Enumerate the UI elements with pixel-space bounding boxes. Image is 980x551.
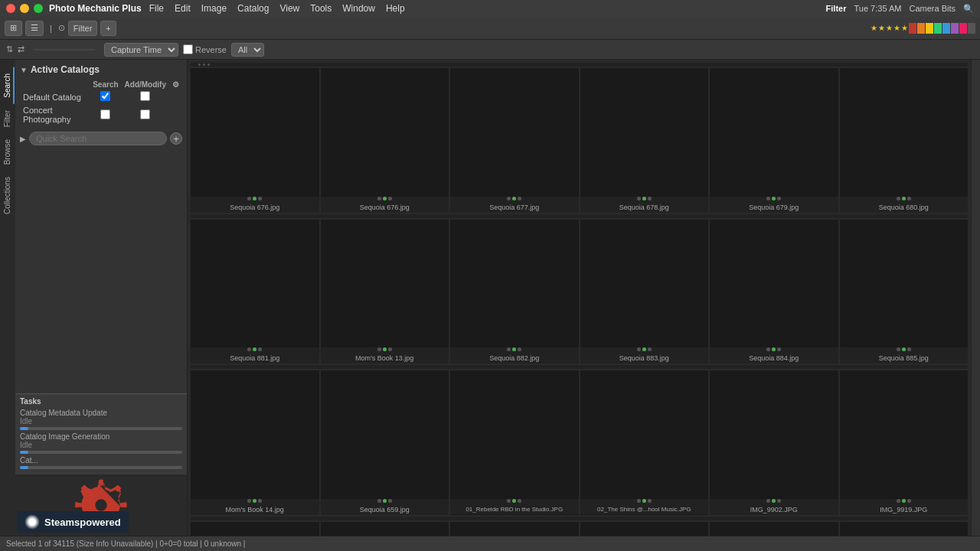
photo-cell-7[interactable]: Sequoia 881.jpg [191, 220, 319, 364]
fullscreen-button[interactable] [34, 4, 43, 13]
catalog-table: Search Add/Modify ⚙ Default Catalog Conc… [20, 80, 182, 126]
photo-cell-5[interactable]: Sequoia 679.jpg [710, 68, 838, 213]
photo-thumb-4 [580, 68, 709, 197]
photo-cell-12[interactable]: Sequoia 885.jpg [840, 220, 969, 364]
default-search-check[interactable] [100, 91, 110, 101]
menu-view[interactable]: View [279, 3, 299, 14]
menu-bar[interactable]: File Edit Image Catalog View Tools Windo… [149, 3, 405, 14]
titlebar-right: Filter Tue 7:35 AM Camera Bits 🔍 [826, 4, 974, 14]
color-none[interactable] [968, 23, 975, 34]
window-title: Filter [826, 4, 847, 13]
tab-browse[interactable]: Browse [2, 133, 15, 171]
photo-label-3: Sequoia 677.jpg [450, 202, 579, 213]
minimize-button[interactable] [20, 4, 29, 13]
sidebar-tabs: Search Filter Browse Collections [0, 60, 15, 536]
status-text: Selected 1 of 34115 (Size Info Unavailab… [6, 540, 245, 548]
reverse-checkbox[interactable] [183, 44, 193, 54]
photo-cell-13[interactable]: Mom's Book 14.jpg [191, 370, 319, 515]
photo-cell-8[interactable]: Mom's Book 13.jpg [321, 220, 449, 364]
task-cat: Cat... [20, 456, 182, 469]
tab-search[interactable]: Search [2, 67, 15, 104]
photo-thumb-13 [191, 370, 319, 499]
photo-dots-7 [191, 347, 319, 353]
menu-edit[interactable]: Edit [175, 3, 191, 14]
photo-cell-9[interactable]: Sequoia 882.jpg [450, 220, 579, 364]
menu-file[interactable]: File [149, 3, 164, 14]
concert-add-check[interactable] [140, 109, 150, 119]
titlebar: Photo Mechanic Plus File Edit Image Cata… [0, 0, 980, 17]
photo-cell-3[interactable]: Sequoia 677.jpg [450, 68, 579, 213]
main-area: Search Filter Browse Collections ▼ Activ… [0, 60, 980, 536]
search-add-button[interactable]: + [170, 132, 182, 145]
tab-filter[interactable]: Filter [2, 104, 15, 133]
scroll-row-2 [191, 214, 968, 218]
color-orange[interactable] [917, 23, 925, 34]
photo-cell-16[interactable]: 02_The Shins @...hool Music.JPG [580, 370, 709, 515]
photo-cell-21[interactable] [450, 522, 579, 536]
svg-rect-4 [75, 503, 81, 507]
photo-dots-13 [191, 499, 319, 504]
photo-cell-22[interactable] [580, 522, 709, 536]
window-controls[interactable] [6, 4, 43, 13]
search-expand-arrow[interactable]: ▶ [20, 135, 26, 143]
datetime: Tue 7:35 AM [854, 4, 902, 13]
photo-grid: Sequoia 676.jpg Sequoia 676.jpg Sequoia … [189, 61, 969, 536]
filter-button[interactable]: Filter [68, 21, 97, 36]
menu-tools[interactable]: Tools [310, 3, 332, 14]
photo-label-6: Sequoia 680.jpg [840, 202, 969, 213]
sort-arrows[interactable]: ⇅ [6, 44, 13, 54]
menu-help[interactable]: Help [386, 3, 405, 14]
color-green[interactable] [934, 23, 942, 34]
photo-cell-10[interactable]: Sequoia 883.jpg [580, 220, 709, 364]
add-modify-header: Add/Modify [122, 80, 169, 90]
right-panel [971, 60, 980, 536]
catalog-row-concert: Concert Photography [20, 104, 182, 126]
photo-cell-19[interactable] [191, 522, 319, 536]
color-purple[interactable] [951, 23, 959, 34]
menu-image[interactable]: Image [201, 3, 227, 14]
add-filter-button[interactable]: + [100, 21, 116, 36]
photo-cell-15[interactable]: 01_Rebelde RBD in the Studio.JPG [450, 370, 579, 515]
catalog-toggle[interactable]: ▼ [20, 66, 28, 74]
photo-cell-14[interactable]: Sequoia 659.jpg [321, 370, 449, 515]
search-icon[interactable]: 🔍 [963, 4, 974, 14]
photo-label-14: Sequoia 659.jpg [321, 504, 449, 515]
close-button[interactable] [6, 4, 15, 13]
photo-cell-2[interactable]: Sequoia 676.jpg [321, 68, 449, 213]
photo-dots-5 [710, 197, 838, 202]
sort-select[interactable]: Capture Time [104, 43, 178, 57]
photo-cell-20[interactable] [321, 522, 449, 536]
photo-cell-17[interactable]: IMG_9902.JPG [710, 370, 838, 515]
photo-dots-1 [191, 197, 319, 202]
photo-cell-4[interactable]: Sequoia 678.jpg [580, 68, 709, 213]
default-add-check[interactable] [140, 91, 150, 101]
color-red[interactable] [909, 23, 916, 34]
quick-search-input[interactable] [29, 132, 167, 145]
photo-thumb-20 [321, 522, 449, 536]
app-right-label: Camera Bits [909, 4, 956, 13]
photo-cell-23[interactable] [710, 522, 838, 536]
photo-dots-17 [710, 499, 838, 504]
sort-icon2[interactable]: ⇄ [18, 44, 24, 54]
color-blue[interactable] [942, 23, 950, 34]
photo-cell-24[interactable] [840, 522, 969, 536]
catalog-row-default: Default Catalog [20, 90, 182, 104]
photo-cell-1[interactable]: Sequoia 676.jpg [191, 68, 319, 213]
color-pink[interactable] [959, 23, 967, 34]
search-area: ▶ + [20, 132, 182, 145]
photo-label-17: IMG_9902.JPG [710, 504, 838, 515]
color-yellow[interactable] [926, 23, 933, 34]
list-view-button[interactable]: ☰ [25, 21, 44, 36]
menu-catalog[interactable]: Catalog [237, 3, 269, 14]
photo-cell-18[interactable]: IMG_9919.JPG [840, 370, 969, 515]
menu-window[interactable]: Window [342, 3, 375, 14]
photo-label-5: Sequoia 679.jpg [710, 202, 838, 213]
filter-all-select[interactable]: All [231, 43, 264, 57]
photo-cell-6[interactable]: Sequoia 680.jpg [840, 68, 969, 213]
tab-collections[interactable]: Collections [2, 171, 15, 220]
photo-cell-11[interactable]: Sequoia 884.jpg [710, 220, 838, 364]
app-name: Photo Mechanic Plus [49, 3, 142, 14]
concert-search-check[interactable] [100, 109, 110, 119]
grid-view-button[interactable]: ⊞ [5, 21, 22, 36]
photo-label-13: Mom's Book 14.jpg [191, 504, 319, 515]
